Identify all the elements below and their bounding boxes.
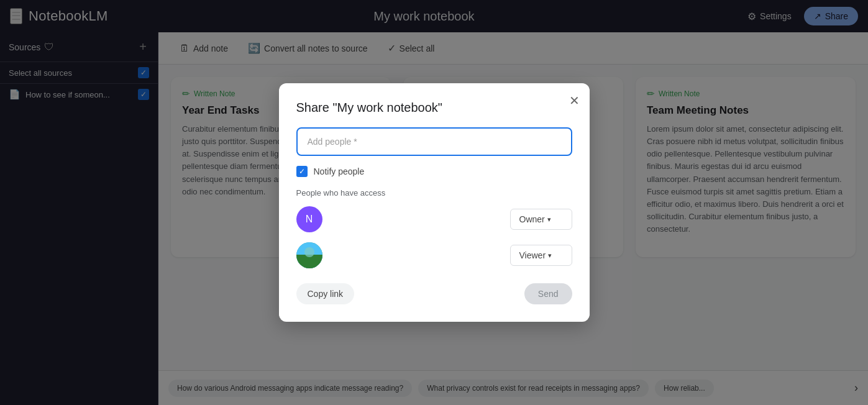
send-button[interactable]: Send bbox=[524, 283, 572, 304]
person-row-2: Viewer ▾ bbox=[296, 242, 572, 268]
copy-link-button[interactable]: Copy link bbox=[296, 283, 355, 304]
person-row-1: N Owner ▾ bbox=[296, 206, 572, 232]
notify-checkbox[interactable] bbox=[296, 166, 308, 177]
chevron-down-icon-1: ▾ bbox=[547, 216, 551, 224]
add-people-input-wrapper[interactable] bbox=[296, 127, 572, 156]
notify-row: Notify people bbox=[296, 166, 572, 177]
avatar-1: N bbox=[296, 206, 322, 232]
role-dropdown-1[interactable]: Owner ▾ bbox=[510, 209, 572, 230]
notify-label: Notify people bbox=[314, 166, 365, 176]
people-access-label: People who have access bbox=[296, 188, 572, 198]
modal-title: Share "My work notebook" bbox=[296, 101, 572, 115]
modal-overlay[interactable]: ✕ Share "My work notebook" Notify people… bbox=[0, 0, 868, 405]
modal-close-button[interactable]: ✕ bbox=[569, 93, 580, 108]
chevron-down-icon-2: ▾ bbox=[548, 252, 552, 260]
add-people-input[interactable] bbox=[308, 137, 561, 147]
modal-footer: Copy link Send bbox=[296, 283, 572, 304]
role-dropdown-2[interactable]: Viewer ▾ bbox=[510, 245, 572, 266]
share-modal: ✕ Share "My work notebook" Notify people… bbox=[279, 83, 590, 322]
svg-point-2 bbox=[304, 247, 314, 257]
avatar-2 bbox=[296, 242, 322, 268]
